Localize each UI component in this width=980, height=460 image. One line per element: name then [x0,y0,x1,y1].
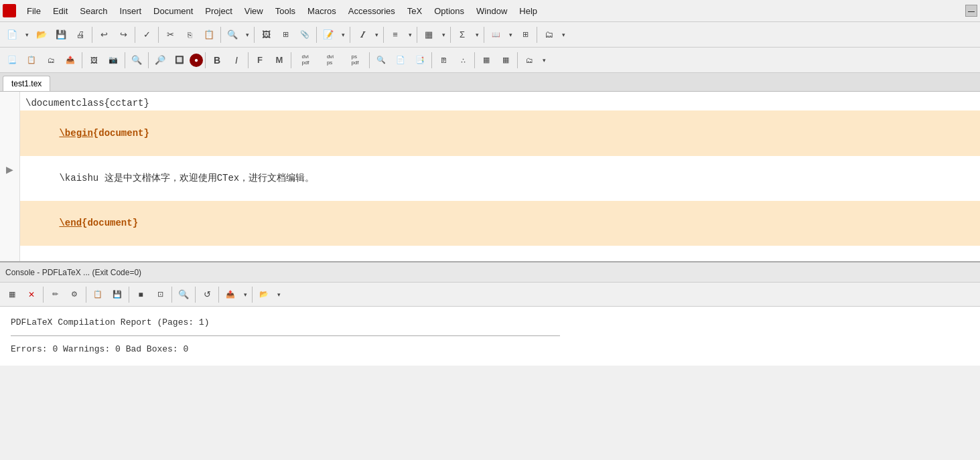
copy-button[interactable]: ⎘ [180,25,199,44]
menu-document[interactable]: Document [148,3,198,19]
italic-i-button[interactable]: I [227,51,246,70]
misc3-button[interactable]: 🗂 [520,51,539,70]
search3-button[interactable]: 🔎 [151,51,169,70]
menu-help[interactable]: Help [514,3,543,19]
new2-button[interactable]: 📃 [3,51,21,70]
redo-button[interactable]: ↪ [114,25,133,44]
c-save-button[interactable]: 💾 [108,285,127,304]
c-stop-button[interactable]: ✕ [22,285,41,304]
layout2-button[interactable]: ▦ [496,51,515,70]
dvi-ps-button[interactable]: dvips [318,51,342,70]
insert-image-button[interactable]: 🖼 [257,25,275,44]
dvi-view-button[interactable]: 🔍 [372,51,391,70]
italic-dropdown-button[interactable]: ▾ [372,25,381,44]
misc-button[interactable]: 🗂 [539,25,558,44]
imgcap-button[interactable]: 📷 [104,51,123,70]
proj-button[interactable]: 🗂 [42,51,60,70]
format-button[interactable]: 📝 [319,25,338,44]
table2-dropdown-button[interactable]: ▾ [439,25,448,44]
list-dropdown-button[interactable]: ▾ [405,25,415,44]
save-button[interactable]: 💾 [52,25,70,44]
search2-button[interactable]: 🔍 [127,51,146,70]
tab-test1[interactable]: test1.tex [3,76,50,91]
dvi-pdf-button[interactable]: dvipdf [293,51,318,70]
menu-window[interactable]: Window [471,3,512,19]
minimize-button[interactable]: — [965,5,977,17]
sep3 [158,27,159,43]
editor-gutter: ▶ [0,92,20,261]
menu-macros[interactable]: Macros [302,3,342,19]
menu-file[interactable]: File [21,3,46,19]
c-open-dd-button[interactable]: ▾ [274,285,283,304]
new-button[interactable]: 📄 [3,25,21,44]
insert-table-button[interactable]: ⊞ [276,25,295,44]
c-copy-button[interactable]: 📋 [88,285,107,304]
rec-button[interactable]: ● [190,54,203,67]
csep6 [218,287,219,303]
toolbar-secondary: 📃 📋 🗂 📤 🖼 📷 🔍 🔎 🔲 ● B I F M dvipdf dvips… [0,48,980,73]
c-export-dd-button[interactable]: ▾ [240,285,250,304]
find-dropdown-button[interactable]: ▾ [242,25,252,44]
menu-options[interactable]: Options [429,3,470,19]
table2-button[interactable]: ▦ [419,25,438,44]
open-button[interactable]: 📂 [32,25,51,44]
menu-view[interactable]: View [239,3,269,19]
c-export-button[interactable]: 📤 [221,285,240,304]
font-f-button[interactable]: F [251,51,269,70]
italic-button[interactable]: 𝐼 [352,25,371,44]
find-button[interactable]: 🔍 [223,25,242,44]
menu-tex[interactable]: TeX [402,3,427,19]
toolbar-main: 📄 ▾ 📂 💾 🖨 ↩ ↪ ✓ ✂ ⎘ 📋 🔍 ▾ 🖼 ⊞ 📎 📝 ▾ 𝐼 ▾ … [0,22,980,48]
print-button[interactable]: 🖨 [71,25,90,44]
ref-button[interactable]: 📖 [486,25,505,44]
insert-misc-button[interactable]: 📎 [295,25,314,44]
menu-tools[interactable]: Tools [270,3,301,19]
editor-content[interactable]: \documentclass{cctart} \begin{document} … [20,92,980,261]
sep13 [82,52,82,68]
c-stop2-button[interactable]: ■ [131,285,150,304]
paste-button[interactable]: 📋 [200,25,218,44]
bold-b-button[interactable]: B [208,51,226,70]
menu-search[interactable]: Search [74,3,113,19]
menu-bar: File Edit Search Insert Document Project… [0,0,980,22]
box-button[interactable]: 🔲 [170,51,189,70]
undo-button[interactable]: ↩ [94,25,113,44]
format-dropdown-button[interactable]: ▾ [338,25,348,44]
sep21 [474,52,475,68]
ps-view-button[interactable]: 📄 [391,51,410,70]
math-dropdown-button[interactable]: ▾ [472,25,482,44]
c-settings-button[interactable]: ⚙ [65,285,84,304]
csep7 [252,287,253,303]
cut-button[interactable]: ✂ [161,25,180,44]
math-button[interactable]: Σ [453,25,472,44]
spellcheck-button[interactable]: ✓ [137,25,156,44]
ps-pdf-button[interactable]: pspdf [343,51,367,70]
menu-edit[interactable]: Edit [48,3,73,19]
menu-insert[interactable]: Insert [115,3,147,19]
img2-button[interactable]: 🖼 [84,51,103,70]
menu-accessories[interactable]: Accessories [343,3,401,19]
c-edit-button[interactable]: ✏ [46,285,64,304]
log-button[interactable]: 🖹 [434,51,453,70]
menu-project[interactable]: Project [200,3,237,19]
c-open-button[interactable]: 📂 [255,285,273,304]
console-errors-line: Errors: 0 Warnings: 0 Bad Boxes: 0 [11,341,969,357]
ref-dropdown-button[interactable]: ▾ [506,25,515,44]
font-m-button[interactable]: M [270,51,289,70]
c-search-button[interactable]: 🔍 [174,285,193,304]
misc3-dropdown-button[interactable]: ▾ [539,51,549,70]
console-divider [11,335,560,336]
layout-button[interactable]: ▦ [477,51,496,70]
export-button[interactable]: 📤 [61,51,80,70]
new-dropdown-button[interactable]: ▾ [22,25,31,44]
misc-dropdown-button[interactable]: ▾ [559,25,568,44]
sep4 [220,27,221,43]
list-button[interactable]: ≡ [386,25,405,44]
ref2-button[interactable]: ⊞ [516,25,535,44]
copy2-button[interactable]: 📋 [22,51,41,70]
c-screen-button[interactable]: ▦ [3,285,21,304]
misc2-button[interactable]: ⛬ [453,51,472,70]
pdf-view-button[interactable]: 📑 [411,51,429,70]
c-frame-button[interactable]: ⊡ [151,285,169,304]
c-refresh-button[interactable]: ↺ [198,285,216,304]
